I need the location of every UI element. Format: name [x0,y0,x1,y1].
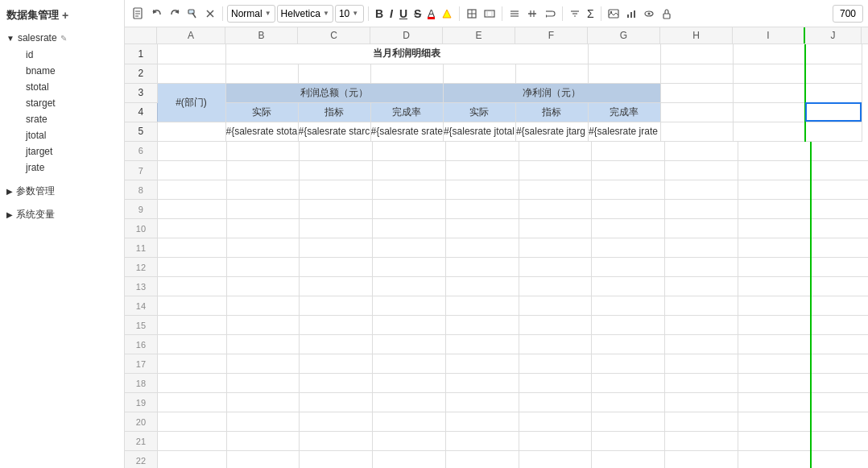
cell-d15[interactable] [373,316,446,335]
cell-g17[interactable] [592,354,665,374]
cell-d8[interactable] [373,180,446,200]
cell-j3[interactable] [805,83,862,102]
text-wrap-button[interactable] [542,6,558,21]
cell-j5[interactable] [805,122,862,141]
cell-i14[interactable] [738,296,812,316]
cell-a5[interactable] [157,122,225,141]
cell-g8[interactable] [592,180,665,200]
cell-j8[interactable] [811,180,868,200]
cell-i20[interactable] [738,412,812,432]
target-header-1[interactable]: 指标 [298,102,370,122]
cell-i8[interactable] [738,180,812,200]
cell-h18[interactable] [665,374,738,393]
cell-i18[interactable] [738,374,812,393]
cell-b14[interactable] [226,296,300,316]
col-header-c[interactable]: C [298,27,370,43]
cell-g22[interactable] [592,451,665,469]
cell-d14[interactable] [373,296,446,316]
completion-header-1[interactable]: 完成率 [370,102,443,122]
col-header-d[interactable]: D [370,27,443,43]
cell-d13[interactable] [373,277,446,296]
cell-b13[interactable] [226,277,300,296]
chart-button[interactable] [623,6,639,21]
cell-f20[interactable] [519,412,592,432]
cell-c11[interactable] [300,238,373,258]
add-dataset-button[interactable]: + [62,9,68,22]
cell-f15[interactable] [519,316,592,335]
sidebar-field-srate[interactable]: srate [19,111,124,127]
cell-i5[interactable] [733,122,805,141]
cell-i21[interactable] [738,432,812,451]
target-header-2[interactable]: 指标 [515,102,588,122]
filter-button[interactable] [567,6,583,21]
cell-i12[interactable] [738,258,812,277]
cell-j14[interactable] [811,296,868,316]
cell-f21[interactable] [519,432,592,451]
cell-a15[interactable] [157,316,226,335]
italic-button[interactable]: I [387,6,395,22]
cell-h21[interactable] [665,432,738,451]
cell-b8[interactable] [226,180,300,200]
cell-e16[interactable] [445,335,519,354]
cell-g9[interactable] [592,200,665,219]
size-dropdown[interactable]: 10 ▼ [335,5,364,23]
format-painter-button[interactable] [184,6,200,21]
cell-d16[interactable] [373,335,446,354]
cell-b16[interactable] [226,335,300,354]
net-profit-header[interactable]: 净利润（元） [443,83,660,102]
sigma-button[interactable]: Σ [585,6,597,22]
cell-b20[interactable] [226,412,300,432]
cell-i22[interactable] [738,451,812,469]
col-header-f[interactable]: F [515,27,588,43]
cell-g11[interactable] [592,238,665,258]
clear-format-button[interactable] [202,6,218,21]
cell-b19[interactable] [226,393,300,412]
cell-e10[interactable] [445,219,519,238]
cell-f6[interactable] [519,142,592,161]
cell-b22[interactable] [226,451,300,469]
sidebar-field-jtotal[interactable]: jtotal [19,127,124,143]
cell-f19[interactable] [519,393,592,412]
cell-e21[interactable] [445,432,519,451]
cell-e6[interactable] [445,142,519,161]
font-color-button[interactable]: A [425,6,437,21]
cell-c18[interactable] [300,374,373,393]
cell-f12[interactable] [519,258,592,277]
cell-e5[interactable]: #{salesrate jtotal [443,122,515,141]
cell-c10[interactable] [300,219,373,238]
cell-b15[interactable] [226,316,300,335]
cell-j1[interactable] [805,44,862,64]
cell-h20[interactable] [665,412,738,432]
cell-g18[interactable] [592,374,665,393]
cell-f10[interactable] [519,219,592,238]
dept-header[interactable]: #(部门) [157,83,225,122]
sidebar-field-starget[interactable]: starget [19,95,124,111]
cell-i2[interactable] [733,64,805,83]
cell-a19[interactable] [157,393,226,412]
cell-c14[interactable] [300,296,373,316]
cell-h10[interactable] [665,219,738,238]
cell-a10[interactable] [157,219,226,238]
sidebar-datasource-salesrate[interactable]: ▼ salesrate ✎ [0,29,124,47]
cell-e12[interactable] [445,258,519,277]
cell-e22[interactable] [445,451,519,469]
cell-e20[interactable] [445,412,519,432]
cell-h16[interactable] [665,335,738,354]
cell-b12[interactable] [226,258,300,277]
cell-c20[interactable] [300,412,373,432]
cell-g2[interactable] [588,64,660,83]
sidebar-field-id[interactable]: id [19,47,124,63]
cell-g13[interactable] [592,277,665,296]
cell-e19[interactable] [445,393,519,412]
cell-h15[interactable] [665,316,738,335]
cell-d5[interactable]: #{salesrate srate [370,122,443,141]
cell-i1[interactable] [733,44,805,64]
zoom-input[interactable] [833,5,863,23]
col-header-i[interactable]: I [733,27,805,43]
cell-d22[interactable] [373,451,446,469]
file-icon-button[interactable] [130,6,147,22]
cell-c2[interactable] [298,64,370,83]
cell-j18[interactable] [811,374,868,393]
cell-h9[interactable] [665,200,738,219]
cell-b6[interactable] [226,142,300,161]
